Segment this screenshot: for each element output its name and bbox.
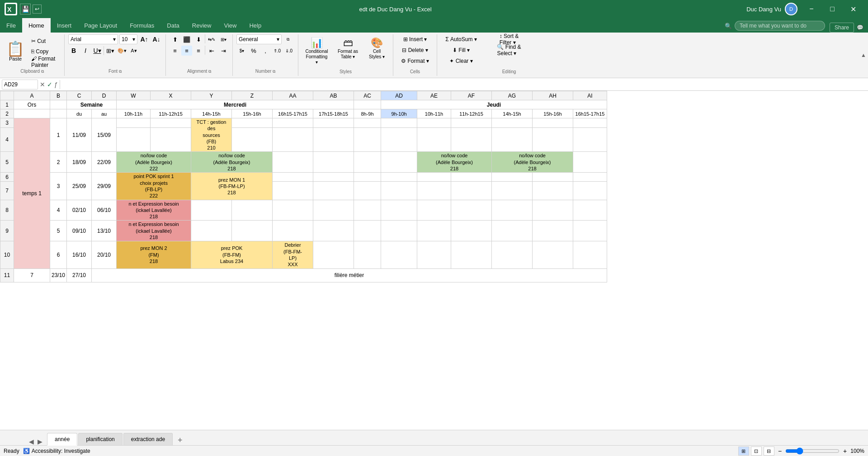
cell-Z9[interactable] <box>232 221 273 241</box>
confirm-formula-button[interactable]: ✓ <box>47 81 52 88</box>
cell-C8[interactable]: 02/10 <box>67 200 92 221</box>
cell-YZ6-7[interactable]: prez MON 1(FB-FM-LP)218 <box>191 173 273 200</box>
percent-button[interactable]: % <box>248 46 259 56</box>
cell-Z3[interactable] <box>232 118 273 128</box>
border-button[interactable]: ⊞▾ <box>105 46 116 56</box>
cell-AB9[interactable] <box>313 221 354 241</box>
cell-AE8[interactable] <box>417 200 451 221</box>
cell-AE3[interactable] <box>417 118 451 128</box>
tab-insert[interactable]: Insert <box>51 18 78 33</box>
cell-X3[interactable] <box>151 118 191 128</box>
font-color-button[interactable]: A▾ <box>128 46 139 56</box>
cell-C9[interactable]: 09/10 <box>67 221 92 241</box>
format-painter-button[interactable]: 🖌 Format Painter <box>29 57 61 67</box>
cell-AC9[interactable] <box>354 221 381 241</box>
cell-AB4[interactable] <box>313 128 354 152</box>
col-C[interactable]: C <box>67 91 92 100</box>
insert-function-button[interactable]: ƒ <box>54 81 58 88</box>
cell-AG10[interactable] <box>492 241 533 268</box>
wrap-text-button[interactable]: ⇆✎ <box>206 34 217 44</box>
col-AB[interactable]: AB <box>313 91 354 100</box>
cell-AD3[interactable] <box>381 118 417 128</box>
cell-AD8[interactable] <box>381 200 417 221</box>
cut-button[interactable]: ✂ Cut <box>29 36 61 46</box>
cell-AC6[interactable] <box>354 173 381 182</box>
tab-file[interactable]: File <box>0 18 22 33</box>
cell-D10[interactable]: 20/10 <box>92 241 117 268</box>
cell-Z8[interactable] <box>232 200 273 221</box>
cell-X4[interactable] <box>151 128 191 152</box>
col-W[interactable]: W <box>117 91 151 100</box>
cell-AG7[interactable] <box>492 182 533 200</box>
cell-AB6[interactable] <box>313 173 354 182</box>
cell-AA3[interactable] <box>273 118 313 128</box>
page-layout-view-button[interactable]: ⊡ <box>751 447 762 456</box>
cell-D6-7[interactable]: 29/09 <box>92 173 117 200</box>
col-AG[interactable]: AG <box>492 91 533 100</box>
ribbon-collapse-button[interactable]: ▲ <box>859 34 868 76</box>
cell-D2[interactable]: au <box>92 109 117 118</box>
cell-AI9[interactable] <box>573 221 607 241</box>
col-AH[interactable]: AH <box>533 91 573 100</box>
cell-AI3[interactable] <box>573 118 607 128</box>
cell-AE2[interactable]: 10h-11h <box>417 109 451 118</box>
copy-button[interactable]: ⎘ Copy <box>29 47 61 56</box>
cell-W4[interactable] <box>117 128 151 152</box>
col-AI[interactable]: AI <box>573 91 607 100</box>
sheet-tab-extraction-ade[interactable]: extraction ade <box>123 433 173 445</box>
cell-WX8[interactable]: n et Expression besoin(ickael Lavallée)2… <box>117 200 191 221</box>
cell-AG6[interactable] <box>492 173 533 182</box>
share-btn[interactable]: Share <box>830 23 854 33</box>
cell-AB10[interactable] <box>313 241 354 268</box>
cell-AC4[interactable] <box>354 128 381 152</box>
cell-AF4[interactable] <box>451 128 492 152</box>
formula-input[interactable] <box>62 81 866 88</box>
col-D[interactable]: D <box>92 91 117 100</box>
cell-AF3[interactable] <box>451 118 492 128</box>
cell-AGAH5[interactable]: no/low code(Adèle Bourgeix)218 <box>492 152 573 173</box>
cell-C2[interactable]: du <box>67 109 92 118</box>
cell-AC2[interactable]: 8h-9h <box>354 109 381 118</box>
cell-D9[interactable]: 13/10 <box>92 221 117 241</box>
cell-D3-4[interactable]: 15/09 <box>92 118 117 152</box>
font-size-box[interactable]: 10 ▾ <box>119 34 137 44</box>
comments-btn[interactable]: 💬 <box>857 24 863 31</box>
col-Z[interactable]: Z <box>232 91 273 100</box>
decrease-decimal-button[interactable]: ⇓.0 <box>283 46 294 56</box>
cell-AH3[interactable] <box>533 118 573 128</box>
conditional-formatting-button[interactable]: 📊 ConditionalFormatting ▾ <box>302 35 331 68</box>
cell-AH6[interactable] <box>533 173 573 182</box>
cell-YZ10[interactable]: prez POK(FB-FM)Labus 234 <box>191 241 273 268</box>
cell-AC5[interactable] <box>354 152 381 173</box>
col-AF[interactable]: AF <box>451 91 492 100</box>
cell-Y9[interactable] <box>191 221 232 241</box>
cell-AD10[interactable] <box>381 241 417 268</box>
cell-D8[interactable]: 06/10 <box>92 200 117 221</box>
decrease-indent-button[interactable]: ⇤ <box>206 46 217 56</box>
number-format-box[interactable]: General ▾ <box>236 34 282 44</box>
cell-AH8[interactable] <box>533 200 573 221</box>
cell-AC7[interactable] <box>354 182 381 200</box>
autosum-button[interactable]: Σ AutoSum ▾ <box>441 34 481 44</box>
cell-AH9[interactable] <box>533 221 573 241</box>
cell-B5[interactable]: 2 <box>50 152 67 173</box>
cell-D11[interactable]: 27/10 <box>67 268 92 282</box>
cell-AG4[interactable] <box>492 128 533 152</box>
cell-AE10[interactable] <box>417 241 451 268</box>
cell-B2[interactable] <box>50 109 67 118</box>
find-select-button[interactable]: 🔍 Find &Select ▾ <box>489 45 529 55</box>
maximize-button[interactable]: □ <box>822 0 843 18</box>
cell-AH4[interactable] <box>533 128 573 152</box>
minimize-button[interactable]: − <box>801 0 822 18</box>
cell-B10[interactable]: 6 <box>50 241 67 268</box>
cell-AE4[interactable] <box>417 128 451 152</box>
cell-AC1[interactable] <box>354 100 381 109</box>
sheet-tab-planification[interactable]: planification <box>78 433 122 445</box>
cell-styles-button[interactable]: 🎨 CellStyles ▾ <box>364 35 389 68</box>
cell-AA6[interactable] <box>273 173 313 182</box>
cell-AB7[interactable] <box>313 182 354 200</box>
name-box[interactable] <box>2 80 38 89</box>
col-X[interactable]: X <box>151 91 191 100</box>
cell-AB8[interactable] <box>313 200 354 221</box>
cell-AD9[interactable] <box>381 221 417 241</box>
